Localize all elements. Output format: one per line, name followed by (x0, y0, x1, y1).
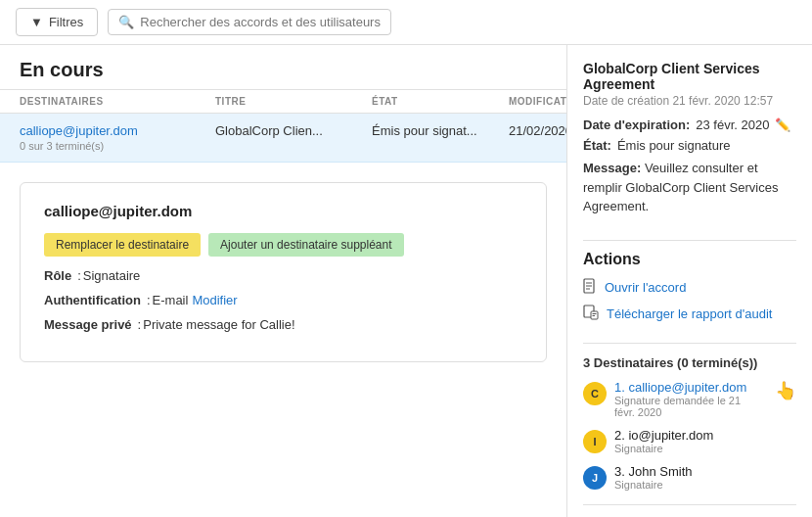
add-deputy-button[interactable]: Ajouter un destinataire suppléant (208, 233, 403, 257)
expiry-value: 23 févr. 2020 (696, 118, 769, 132)
download-audit-label: Télécharger le rapport d'audit (607, 306, 772, 321)
table-header: DESTINATAIRES TITRE ÉTAT MODIFICATION (0, 89, 566, 114)
table-row[interactable]: calliope@jupiter.dom 0 sur 3 terminé(s) … (0, 114, 566, 163)
open-agreement-label: Ouvrir l'accord (605, 280, 686, 295)
cursor-hand-icon: 👆 (775, 380, 796, 401)
recipient-info-2: 2. io@jupiter.dom Signataire (614, 428, 796, 454)
avatar-2: I (583, 430, 607, 453)
recipient-date-1: Signature demandée le 21 févr. 2020 (614, 395, 763, 418)
message-value: Private message for Callie! (143, 317, 294, 332)
modify-auth-button[interactable]: Modifier (192, 293, 237, 307)
message-label: Message privé (44, 317, 132, 332)
row-recipient: calliope@jupiter.dom 0 sur 3 terminé(s) (20, 123, 215, 152)
state-value: Émis pour signature (617, 138, 731, 153)
avatar-initial-3: J (592, 472, 598, 484)
divider-1 (583, 240, 796, 241)
main-layout: En cours DESTINATAIRES TITRE ÉTAT MODIFI… (0, 45, 812, 517)
private-message-row: Message privé : Private message for Call… (44, 317, 522, 332)
row-title: GlobalCorp Clien... (215, 123, 372, 152)
col-state: ÉTAT (372, 96, 509, 107)
col-recipients: DESTINATAIRES (20, 96, 215, 107)
filter-label: Filtres (49, 15, 83, 29)
row-sub: 0 sur 3 terminé(s) (20, 140, 215, 152)
role-value: Signataire (83, 268, 141, 283)
recipient-name-2[interactable]: 2. io@jupiter.dom (614, 428, 796, 443)
expiry-field: Date d'expiration: 23 févr. 2020 ✏️ (583, 118, 796, 132)
search-box: 🔍 (108, 9, 391, 35)
expiry-edit-icon[interactable]: ✏️ (775, 118, 790, 132)
auth-row: Authentification : E-mail Modifier (44, 293, 522, 307)
action-buttons-row: Remplacer le destinataire Ajouter un des… (44, 233, 522, 257)
open-agreement-action[interactable]: Ouvrir l'accord (583, 278, 796, 297)
recipient-item-3: J 3. John Smith Signataire (583, 464, 796, 491)
col-title: TITRE (215, 96, 372, 107)
avatar-initial-2: I (593, 436, 596, 447)
detail-card-title: calliope@jupiter.dom (44, 203, 522, 219)
auth-value: E-mail (153, 293, 189, 307)
replace-recipient-button[interactable]: Remplacer le destinataire (44, 233, 201, 257)
recipient-role-3: Signataire (614, 479, 796, 491)
search-input[interactable] (140, 15, 381, 29)
message-field: Message: Veuillez consulter et remplir G… (583, 159, 796, 216)
recipient-name-1[interactable]: 1. calliope@jupiter.dom (614, 380, 763, 395)
search-icon: 🔍 (118, 15, 134, 29)
agreement-title: GlobalCorp Client Services Agreement (583, 61, 796, 92)
divider-2 (583, 343, 796, 344)
expiry-label: Date d'expiration: (583, 118, 690, 132)
activity-section: Activité › (583, 504, 796, 518)
state-label: État: (583, 138, 611, 153)
filter-button[interactable]: ▼ Filtres (16, 8, 98, 36)
section-title: En cours (0, 45, 566, 89)
left-panel: En cours DESTINATAIRES TITRE ÉTAT MODIFI… (0, 45, 567, 517)
recipient-name-3[interactable]: 3. John Smith (614, 464, 796, 479)
recipient-item-2: I 2. io@jupiter.dom Signataire (583, 428, 796, 454)
role-row: Rôle : Signataire (44, 268, 522, 283)
recipient-item-1: C 1. calliope@jupiter.dom Signature dema… (583, 380, 796, 418)
recipients-title: 3 Destinataires (0 terminé(s)) (583, 355, 796, 370)
avatar-3: J (583, 466, 607, 490)
audit-icon (583, 305, 599, 323)
recipient-info-1: 1. calliope@jupiter.dom Signature demand… (614, 380, 763, 418)
download-audit-action[interactable]: Télécharger le rapport d'audit (583, 305, 796, 323)
col-modification: MODIFICATION (509, 96, 567, 107)
right-panel: GlobalCorp Client Services Agreement Dat… (567, 45, 812, 517)
creation-date: Date de création 21 févr. 2020 12:57 (583, 94, 796, 108)
row-state: Émis pour signat... (372, 123, 509, 152)
message-field-label: Message: (583, 161, 641, 175)
row-email: calliope@jupiter.dom (20, 123, 215, 138)
actions-title: Actions (583, 251, 796, 268)
avatar-1: C (583, 382, 607, 405)
row-modification: 21/02/2020 (509, 123, 567, 152)
detail-card: calliope@jupiter.dom Remplacer le destin… (20, 182, 547, 362)
avatar-initial-1: C (591, 388, 599, 400)
state-field: État: Émis pour signature (583, 138, 796, 153)
document-icon (583, 278, 597, 297)
recipient-info-3: 3. John Smith Signataire (614, 464, 796, 491)
toolbar: ▼ Filtres 🔍 (0, 0, 812, 45)
filter-icon: ▼ (30, 15, 43, 29)
role-label: Rôle (44, 268, 71, 283)
auth-label: Authentification (44, 293, 141, 307)
recipient-role-2: Signataire (614, 443, 796, 454)
